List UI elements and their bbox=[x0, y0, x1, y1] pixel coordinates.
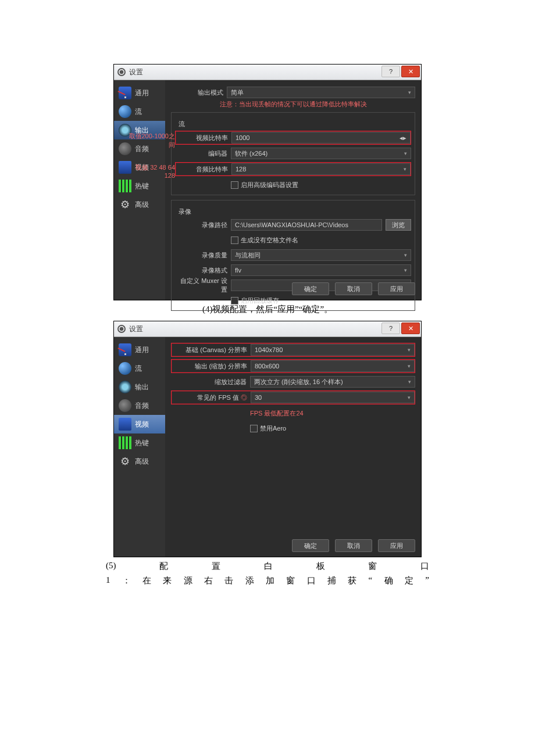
sidebar-item-audio[interactable]: 音频 bbox=[114, 396, 165, 415]
apply-button[interactable]: 应用 bbox=[378, 282, 415, 295]
sidebar-item-advanced[interactable]: ⚙高级 bbox=[114, 452, 165, 471]
video-bitrate-input[interactable]: 1000◂▸ bbox=[231, 132, 411, 144]
record-quality-select[interactable]: 与流相同▾ bbox=[231, 249, 411, 261]
ok-button[interactable]: 确定 bbox=[292, 282, 329, 295]
fps-note: FPS 最低配置在24 bbox=[250, 409, 415, 418]
globe-icon bbox=[119, 362, 131, 375]
content-pane: 基础 (Canvas) 分辨率 1040x780▾ 输出 (缩放) 分辨率 80… bbox=[165, 337, 421, 557]
bitrate-warning: 注意：当出现丢帧的情况下可以通过降低比特率解决 bbox=[171, 100, 415, 109]
speaker-icon bbox=[119, 399, 131, 412]
sidebar: 通用 流 输出 音频 视频 热键 ⚙高级 bbox=[114, 337, 165, 557]
chevron-down-icon: ▾ bbox=[404, 267, 407, 273]
caption-step5-line2: 1：在来源右击添加窗口捕获“确定” bbox=[106, 575, 429, 586]
checkbox-icon bbox=[231, 297, 238, 304]
checkbox-icon bbox=[231, 237, 238, 244]
output-mode-select[interactable]: 简单▾ bbox=[227, 87, 415, 98]
chevron-down-icon: ▾ bbox=[408, 395, 411, 400]
sidebar-item-stream[interactable]: 流 bbox=[114, 102, 165, 121]
sidebar-item-hotkeys[interactable]: 热键 bbox=[114, 433, 165, 452]
chevron-down-icon: ▾ bbox=[408, 347, 411, 353]
record-format-label: 录像格式 bbox=[175, 266, 231, 275]
cancel-button[interactable]: 取消 bbox=[335, 282, 372, 295]
monitor-icon bbox=[119, 87, 131, 99]
sidebar: 通用 流 输出 音频 视频 热键 ⚙高级 bbox=[114, 80, 165, 300]
sidebar-item-stream[interactable]: 流 bbox=[114, 359, 165, 378]
output-res-select[interactable]: 800x600▾ bbox=[251, 360, 415, 372]
audio-bitrate-select[interactable]: 128▾ bbox=[231, 163, 411, 175]
sidebar-item-output[interactable]: 输出 bbox=[114, 378, 165, 396]
chevron-down-icon: ▾ bbox=[404, 151, 407, 156]
gears-icon: ⚙ bbox=[119, 198, 131, 211]
record-path-label: 录像路径 bbox=[175, 221, 231, 230]
record-section-title: 录像 bbox=[179, 207, 411, 216]
filter-select[interactable]: 两次立方 (削尖缩放, 16 个样本)▾ bbox=[250, 376, 415, 388]
stepper-icon: ◂▸ bbox=[400, 134, 406, 142]
stream-section-title: 流 bbox=[179, 120, 411, 128]
close-button[interactable]: ✕ bbox=[401, 66, 420, 77]
chevron-down-icon: ▾ bbox=[404, 166, 406, 172]
muxer-label: 自定义 Muxer 设置 bbox=[175, 277, 231, 294]
browse-button[interactable]: 浏览 bbox=[386, 219, 411, 231]
titlebar: 设置 ? ✕ bbox=[114, 65, 421, 80]
gear-icon bbox=[117, 68, 126, 76]
cancel-button[interactable]: 取消 bbox=[335, 539, 372, 552]
encoder-select[interactable]: 软件 (x264)▾ bbox=[231, 148, 411, 159]
stream-panel: 流 取值200-1000之间 视频比特率 1000◂▸ 编码器 软件 (x264… bbox=[171, 112, 415, 195]
enable-replay-checkbox[interactable]: 启用回放缓存 bbox=[231, 296, 279, 305]
monitor-icon bbox=[119, 343, 131, 356]
sidebar-item-general[interactable]: 通用 bbox=[114, 84, 165, 102]
window-title: 设置 bbox=[129, 67, 143, 77]
base-res-label: 基础 (Canvas) 分辨率 bbox=[172, 346, 251, 354]
audio-bitrate-hint: 取值 32 48 64 128 bbox=[124, 163, 175, 179]
fps-label: 常见的 FPS 值 ◎ bbox=[172, 393, 251, 402]
output-res-label: 输出 (缩放) 分辨率 bbox=[172, 362, 251, 371]
sidebar-item-general[interactable]: 通用 bbox=[114, 341, 165, 359]
fps-select[interactable]: 30▾ bbox=[251, 392, 415, 403]
checkbox-icon bbox=[250, 425, 258, 432]
chevron-down-icon: ▾ bbox=[408, 363, 411, 369]
settings-window-video: 设置 ? ✕ 通用 流 输出 音频 视频 热键 ⚙高级 基础 (Canvas) … bbox=[113, 321, 422, 557]
screen-icon bbox=[119, 418, 131, 431]
keyboard-icon bbox=[119, 180, 131, 192]
gear-icon bbox=[117, 325, 126, 333]
sidebar-item-video[interactable]: 视频 bbox=[114, 415, 165, 433]
antenna-icon bbox=[119, 381, 131, 393]
video-bitrate-hint: 取值200-1000之间 bbox=[124, 132, 175, 149]
chevron-down-icon: ▾ bbox=[408, 89, 411, 95]
settings-window-output: 设置 ? ✕ 通用 流 输出 音频 视频 热键 ⚙高级 输出模式 简单▾ bbox=[113, 64, 422, 300]
titlebar: 设置 ? ✕ bbox=[114, 321, 421, 337]
chevron-down-icon: ▾ bbox=[404, 252, 407, 258]
encoder-label: 编码器 bbox=[175, 149, 231, 158]
content-pane: 输出模式 简单▾ 注意：当出现丢帧的情况下可以通过降低比特率解决 流 取值200… bbox=[165, 80, 421, 300]
audio-bitrate-label: 音频比特率 bbox=[176, 165, 231, 174]
enable-advanced-encoder-checkbox[interactable]: 启用高级编码器设置 bbox=[231, 181, 298, 189]
filter-label: 缩放过滤器 bbox=[171, 378, 250, 386]
record-quality-label: 录像质量 bbox=[175, 251, 231, 260]
record-path-input[interactable]: C:\Users\WANGXIAOSHUAI-PC\Videos bbox=[231, 219, 382, 231]
video-bitrate-label: 视频比特率 bbox=[176, 134, 231, 142]
record-format-select[interactable]: flv▾ bbox=[231, 264, 411, 276]
keyboard-icon bbox=[119, 436, 131, 449]
apply-button[interactable]: 应用 bbox=[378, 539, 415, 552]
sidebar-item-advanced[interactable]: ⚙高级 bbox=[114, 195, 165, 214]
globe-icon bbox=[119, 105, 131, 118]
output-mode-label: 输出模式 bbox=[171, 88, 227, 97]
ok-button[interactable]: 确定 bbox=[292, 539, 329, 552]
help-button[interactable]: ? bbox=[381, 66, 400, 77]
base-res-select[interactable]: 1040x780▾ bbox=[251, 344, 415, 356]
gears-icon: ⚙ bbox=[119, 455, 131, 468]
disable-aero-checkbox[interactable]: 禁用Aero bbox=[250, 424, 286, 433]
window-title: 设置 bbox=[129, 324, 143, 334]
chevron-down-icon: ▾ bbox=[408, 379, 411, 385]
sidebar-item-hotkeys[interactable]: 热键 bbox=[114, 177, 165, 195]
help-button[interactable]: ? bbox=[381, 323, 400, 334]
caption-step5-line1: (5)配置白板窗口 bbox=[106, 561, 429, 572]
close-button[interactable]: ✕ bbox=[401, 323, 420, 334]
checkbox-icon bbox=[231, 181, 238, 189]
no-space-filename-checkbox[interactable]: 生成没有空格文件名 bbox=[231, 236, 298, 245]
